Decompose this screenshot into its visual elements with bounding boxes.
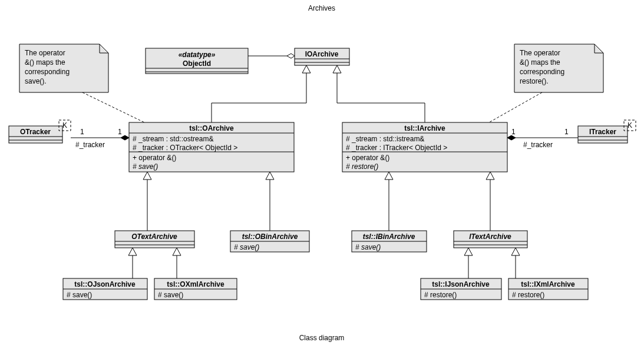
class-otracker: OTracker K <box>9 120 71 143</box>
svg-text:restore().: restore(). <box>520 77 549 85</box>
svg-text:# restore(): # restore() <box>346 162 378 171</box>
svg-text:# save(): # save() <box>158 291 183 299</box>
class-ioarchive: IOArchive <box>295 48 349 65</box>
svg-text:# save(): # save() <box>133 162 158 171</box>
diagram-title: Archives <box>308 4 335 12</box>
class-oarchive: tsl::OArchive # _stream : std::ostream& … <box>129 122 294 172</box>
svg-text:corresponding: corresponding <box>25 68 70 76</box>
svg-text:&() maps the: &() maps the <box>520 58 560 67</box>
svg-text:tsl::IArchive: tsl::IArchive <box>404 124 445 132</box>
class-obinarchive: tsl::OBinArchive # save() <box>230 231 309 252</box>
svg-text:# save(): # save() <box>67 291 92 299</box>
svg-marker-94 <box>464 248 473 255</box>
svg-marker-84 <box>333 65 341 73</box>
note-left: The operator &() maps the corresponding … <box>19 44 108 92</box>
svg-text:# _stream : std::istream&: # _stream : std::istream& <box>346 135 424 143</box>
class-ijsonarchive: tsl::IJsonArchive # restore() <box>421 278 501 300</box>
svg-text:# _tracker : OTracker< ObjectI: # _tracker : OTracker< ObjectId > <box>133 144 237 152</box>
svg-text:ITextArchive: ITextArchive <box>469 233 511 241</box>
svg-text:tsl::IXmlArchive: tsl::IXmlArchive <box>521 280 575 288</box>
svg-text:K: K <box>62 121 67 129</box>
svg-marker-81 <box>143 172 151 180</box>
svg-marker-92 <box>173 248 181 255</box>
svg-text:tsl::OJsonArchive: tsl::OJsonArchive <box>74 280 136 288</box>
svg-text:1: 1 <box>564 128 569 136</box>
svg-text:The operator: The operator <box>25 49 65 57</box>
svg-text:# save(): # save() <box>355 243 381 251</box>
svg-text:save().: save(). <box>25 77 47 85</box>
class-ojsonarchive: tsl::OJsonArchive # save() <box>63 278 147 300</box>
svg-text:tsl::OXmlArchive: tsl::OXmlArchive <box>167 280 224 288</box>
svg-line-97 <box>82 92 144 122</box>
svg-text:&() maps the: &() maps the <box>25 58 65 67</box>
svg-text:#_tracker: #_tracker <box>75 141 105 149</box>
svg-text:1: 1 <box>511 128 516 136</box>
svg-text:IOArchive: IOArchive <box>305 50 339 58</box>
note-right: The operator &() maps the corresponding … <box>514 44 603 92</box>
svg-text:+ operator &(): + operator &() <box>133 154 176 162</box>
svg-marker-83 <box>266 172 274 180</box>
svg-text:tsl::OArchive: tsl::OArchive <box>189 124 234 132</box>
svg-marker-88 <box>486 172 494 180</box>
svg-text:OTracker: OTracker <box>20 128 51 136</box>
svg-text:# restore(): # restore() <box>424 291 457 299</box>
svg-marker-86 <box>385 172 393 180</box>
svg-text:OTextArchive: OTextArchive <box>131 233 177 241</box>
svg-text:# save(): # save() <box>234 243 259 251</box>
svg-text:1: 1 <box>118 128 122 136</box>
svg-text:corresponding: corresponding <box>520 68 564 76</box>
class-ixmlarchive: tsl::IXmlArchive # restore() <box>508 278 588 300</box>
class-oxmlarchive: tsl::OXmlArchive # save() <box>154 278 237 300</box>
svg-text:K: K <box>628 121 632 129</box>
class-objectid: «datatype» ObjectId <box>146 48 248 74</box>
uml-diagram: Archives Class diagram The operator &() … <box>0 0 644 352</box>
svg-text:#_tracker: #_tracker <box>523 141 553 149</box>
svg-text:tsl::IBinArchive: tsl::IBinArchive <box>363 233 415 241</box>
svg-text:# _stream : std::ostream&: # _stream : std::ostream& <box>133 135 213 143</box>
svg-text:1: 1 <box>80 128 84 136</box>
svg-text:The operator: The operator <box>520 49 560 57</box>
svg-text:ITracker: ITracker <box>589 128 616 136</box>
svg-text:ObjectId: ObjectId <box>183 59 211 68</box>
svg-line-98 <box>489 92 542 122</box>
svg-text:# restore(): # restore() <box>512 291 544 299</box>
svg-text:tsl::IJsonArchive: tsl::IJsonArchive <box>432 280 490 288</box>
svg-marker-100 <box>121 135 129 140</box>
class-itextarchive: ITextArchive <box>454 231 527 248</box>
svg-text:# _tracker : ITracker< ObjectI: # _tracker : ITracker< ObjectId > <box>346 144 447 152</box>
svg-text:tsl::OBinArchive: tsl::OBinArchive <box>242 233 298 241</box>
diagram-caption: Class diagram <box>299 334 345 342</box>
svg-marker-79 <box>302 65 311 73</box>
svg-marker-105 <box>507 135 516 140</box>
class-otextarchive: OTextArchive <box>115 231 194 248</box>
svg-marker-78 <box>287 54 295 58</box>
svg-text:+ operator &(): + operator &() <box>346 154 389 162</box>
class-ibinarchive: tsl::IBinArchive # save() <box>352 231 427 252</box>
svg-marker-96 <box>511 248 520 255</box>
class-iarchive: tsl::IArchive # _stream : std::istream& … <box>342 122 507 172</box>
svg-text:«datatype»: «datatype» <box>179 51 216 59</box>
class-itracker: ITracker K <box>578 120 636 143</box>
svg-marker-90 <box>128 248 137 255</box>
